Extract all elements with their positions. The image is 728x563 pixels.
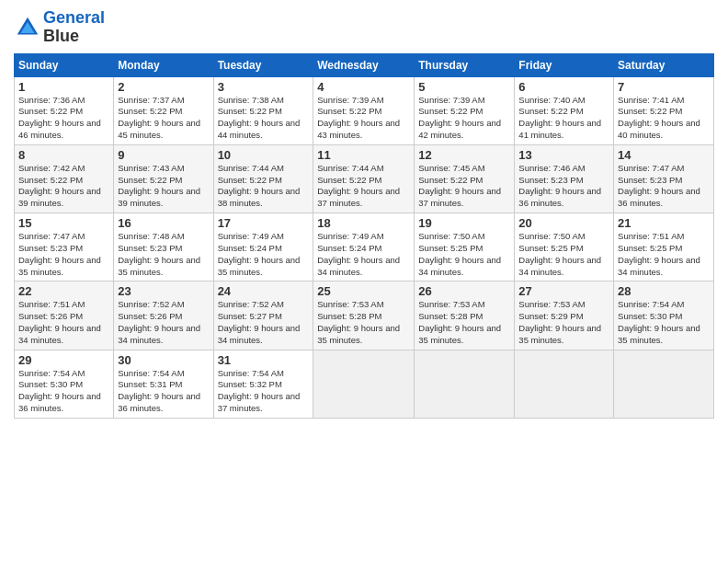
day-header: Sunday [15, 53, 114, 76]
calendar-cell [313, 350, 415, 418]
calendar-cell: 14 Sunrise: 7:47 AM Sunset: 5:23 PM Dayl… [614, 144, 714, 213]
day-number: 3 [218, 80, 310, 94]
day-number: 24 [218, 284, 310, 298]
day-number: 19 [418, 216, 510, 230]
day-info: Sunrise: 7:52 AM Sunset: 5:27 PM Dayligh… [218, 299, 310, 346]
calendar-cell: 21 Sunrise: 7:51 AM Sunset: 5:25 PM Dayl… [614, 213, 714, 282]
day-number: 5 [418, 80, 510, 94]
calendar-cell: 10 Sunrise: 7:44 AM Sunset: 5:22 PM Dayl… [213, 144, 313, 213]
calendar-cell: 4 Sunrise: 7:39 AM Sunset: 5:22 PM Dayli… [313, 76, 415, 144]
day-info: Sunrise: 7:53 AM Sunset: 5:29 PM Dayligh… [518, 299, 609, 346]
calendar-cell: 6 Sunrise: 7:40 AM Sunset: 5:22 PM Dayli… [515, 76, 614, 144]
calendar-cell: 18 Sunrise: 7:49 AM Sunset: 5:24 PM Dayl… [313, 213, 415, 282]
page-container: General Blue SundayMondayTuesdayWednesda… [0, 0, 728, 428]
day-header: Monday [114, 53, 213, 76]
day-number: 12 [418, 148, 510, 162]
day-number: 2 [118, 80, 209, 94]
calendar-cell: 11 Sunrise: 7:44 AM Sunset: 5:22 PM Dayl… [313, 144, 415, 213]
day-number: 7 [618, 80, 710, 94]
logo: General Blue [14, 9, 105, 46]
calendar-week-row: 22 Sunrise: 7:51 AM Sunset: 5:26 PM Dayl… [15, 282, 714, 350]
calendar-cell: 9 Sunrise: 7:43 AM Sunset: 5:22 PM Dayli… [114, 144, 213, 213]
day-info: Sunrise: 7:54 AM Sunset: 5:30 PM Dayligh… [618, 299, 710, 346]
calendar-table: SundayMondayTuesdayWednesdayThursdayFrid… [14, 53, 714, 419]
day-number: 1 [18, 80, 109, 94]
calendar-cell: 16 Sunrise: 7:48 AM Sunset: 5:23 PM Dayl… [114, 213, 213, 282]
day-number: 26 [418, 284, 510, 298]
day-number: 21 [618, 216, 710, 230]
calendar-cell: 15 Sunrise: 7:47 AM Sunset: 5:23 PM Dayl… [15, 213, 114, 282]
header-row: SundayMondayTuesdayWednesdayThursdayFrid… [15, 53, 714, 76]
day-info: Sunrise: 7:38 AM Sunset: 5:22 PM Dayligh… [218, 95, 310, 142]
calendar-cell [415, 350, 515, 418]
day-info: Sunrise: 7:49 AM Sunset: 5:24 PM Dayligh… [218, 231, 310, 278]
calendar-cell: 29 Sunrise: 7:54 AM Sunset: 5:30 PM Dayl… [15, 350, 114, 418]
calendar-cell: 30 Sunrise: 7:54 AM Sunset: 5:31 PM Dayl… [114, 350, 213, 418]
day-info: Sunrise: 7:50 AM Sunset: 5:25 PM Dayligh… [518, 231, 609, 278]
calendar-cell: 7 Sunrise: 7:41 AM Sunset: 5:22 PM Dayli… [614, 76, 714, 144]
calendar-cell: 28 Sunrise: 7:54 AM Sunset: 5:30 PM Dayl… [614, 282, 714, 350]
day-number: 9 [118, 148, 209, 162]
day-number: 11 [317, 148, 410, 162]
day-info: Sunrise: 7:48 AM Sunset: 5:23 PM Dayligh… [118, 231, 209, 278]
day-number: 6 [518, 80, 609, 94]
calendar-cell: 27 Sunrise: 7:53 AM Sunset: 5:29 PM Dayl… [515, 282, 614, 350]
day-number: 15 [18, 216, 109, 230]
day-header: Saturday [614, 53, 714, 76]
day-header: Friday [515, 53, 614, 76]
day-number: 16 [118, 216, 209, 230]
day-header: Wednesday [313, 53, 415, 76]
calendar-cell: 31 Sunrise: 7:54 AM Sunset: 5:32 PM Dayl… [213, 350, 313, 418]
day-number: 30 [118, 353, 209, 367]
day-info: Sunrise: 7:50 AM Sunset: 5:25 PM Dayligh… [418, 231, 510, 278]
calendar-cell: 13 Sunrise: 7:46 AM Sunset: 5:23 PM Dayl… [515, 144, 614, 213]
calendar-cell: 3 Sunrise: 7:38 AM Sunset: 5:22 PM Dayli… [213, 76, 313, 144]
day-info: Sunrise: 7:37 AM Sunset: 5:22 PM Dayligh… [118, 95, 209, 142]
day-info: Sunrise: 7:43 AM Sunset: 5:22 PM Dayligh… [118, 163, 209, 210]
day-number: 17 [218, 216, 310, 230]
day-number: 23 [118, 284, 209, 298]
calendar-week-row: 29 Sunrise: 7:54 AM Sunset: 5:30 PM Dayl… [15, 350, 714, 418]
calendar-cell: 8 Sunrise: 7:42 AM Sunset: 5:22 PM Dayli… [15, 144, 114, 213]
calendar-cell: 23 Sunrise: 7:52 AM Sunset: 5:26 PM Dayl… [114, 282, 213, 350]
day-number: 25 [317, 284, 410, 298]
day-info: Sunrise: 7:44 AM Sunset: 5:22 PM Dayligh… [317, 163, 410, 210]
day-number: 27 [518, 284, 609, 298]
day-info: Sunrise: 7:36 AM Sunset: 5:22 PM Dayligh… [18, 95, 109, 142]
day-info: Sunrise: 7:54 AM Sunset: 5:31 PM Dayligh… [118, 368, 209, 415]
logo-text: General Blue [43, 9, 105, 46]
day-info: Sunrise: 7:52 AM Sunset: 5:26 PM Dayligh… [118, 299, 209, 346]
calendar-cell: 22 Sunrise: 7:51 AM Sunset: 5:26 PM Dayl… [15, 282, 114, 350]
calendar-cell: 5 Sunrise: 7:39 AM Sunset: 5:22 PM Dayli… [415, 76, 515, 144]
day-info: Sunrise: 7:51 AM Sunset: 5:26 PM Dayligh… [18, 299, 109, 346]
calendar-cell: 19 Sunrise: 7:50 AM Sunset: 5:25 PM Dayl… [415, 213, 515, 282]
day-info: Sunrise: 7:47 AM Sunset: 5:23 PM Dayligh… [618, 163, 710, 210]
day-info: Sunrise: 7:46 AM Sunset: 5:23 PM Dayligh… [518, 163, 609, 210]
calendar-week-row: 1 Sunrise: 7:36 AM Sunset: 5:22 PM Dayli… [15, 76, 714, 144]
day-info: Sunrise: 7:42 AM Sunset: 5:22 PM Dayligh… [18, 163, 109, 210]
day-info: Sunrise: 7:53 AM Sunset: 5:28 PM Dayligh… [418, 299, 510, 346]
calendar-week-row: 15 Sunrise: 7:47 AM Sunset: 5:23 PM Dayl… [15, 213, 714, 282]
logo-icon [14, 14, 41, 41]
day-info: Sunrise: 7:44 AM Sunset: 5:22 PM Dayligh… [218, 163, 310, 210]
day-number: 13 [518, 148, 609, 162]
day-number: 31 [218, 353, 310, 367]
day-header: Tuesday [213, 53, 313, 76]
day-number: 10 [218, 148, 310, 162]
calendar-cell: 26 Sunrise: 7:53 AM Sunset: 5:28 PM Dayl… [415, 282, 515, 350]
day-number: 22 [18, 284, 109, 298]
day-info: Sunrise: 7:53 AM Sunset: 5:28 PM Dayligh… [317, 299, 410, 346]
day-number: 20 [518, 216, 609, 230]
day-info: Sunrise: 7:39 AM Sunset: 5:22 PM Dayligh… [317, 95, 410, 142]
calendar-cell: 1 Sunrise: 7:36 AM Sunset: 5:22 PM Dayli… [15, 76, 114, 144]
day-info: Sunrise: 7:45 AM Sunset: 5:22 PM Dayligh… [418, 163, 510, 210]
day-header: Thursday [415, 53, 515, 76]
day-info: Sunrise: 7:41 AM Sunset: 5:22 PM Dayligh… [618, 95, 710, 142]
day-number: 14 [618, 148, 710, 162]
calendar-cell: 17 Sunrise: 7:49 AM Sunset: 5:24 PM Dayl… [213, 213, 313, 282]
day-info: Sunrise: 7:40 AM Sunset: 5:22 PM Dayligh… [518, 95, 609, 142]
calendar-cell: 20 Sunrise: 7:50 AM Sunset: 5:25 PM Dayl… [515, 213, 614, 282]
calendar-cell: 2 Sunrise: 7:37 AM Sunset: 5:22 PM Dayli… [114, 76, 213, 144]
calendar-cell [515, 350, 614, 418]
day-info: Sunrise: 7:51 AM Sunset: 5:25 PM Dayligh… [618, 231, 710, 278]
